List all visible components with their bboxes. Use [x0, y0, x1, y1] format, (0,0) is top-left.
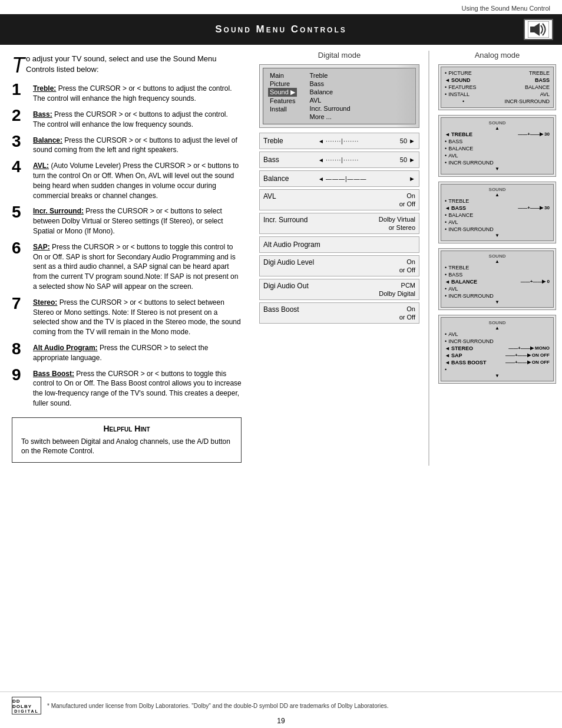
item-label-9: Bass Boost:	[33, 370, 74, 378]
intro-text: T o adjust your TV sound, select and use…	[12, 54, 242, 75]
treble-left-arrow: ◄	[318, 138, 324, 144]
footer: DD DOLBY DIGITAL * Manufactured under li…	[0, 691, 562, 719]
item-label-2: Bass:	[33, 110, 52, 118]
list-item: 1 Treble: Press the CURSOR > or < button…	[12, 84, 242, 104]
alt-audio-control: Alt Audio Program	[259, 236, 419, 253]
dolby-logo-line2: DIGITAL	[14, 709, 38, 713]
digi-audio-level-alt: or Off	[263, 266, 415, 274]
incr-row-2: INCR·SURROUND	[445, 159, 550, 166]
treble-control: Treble ◄ ·······|······· 50 ►	[259, 133, 419, 149]
drop-cap: T	[12, 55, 25, 76]
menu-submenu-item: Balance	[308, 88, 352, 96]
treble-row-3: TREBLE	[445, 197, 550, 205]
menu-left-col: Main Picture Sound ▶ Features Install	[268, 71, 306, 113]
digi-audio-level-control: Digi Audio Level On or Off	[259, 255, 419, 276]
avl-value: On	[406, 192, 415, 200]
digital-mode-column: Digital mode Main Picture Sound ▶ Featur…	[259, 51, 419, 466]
incr-surround-label: Incr. Surround	[263, 216, 316, 224]
item-number-3: 3	[12, 133, 28, 150]
menu-submenu-item: Bass	[308, 80, 352, 88]
bass-value: 50 ►	[400, 156, 415, 163]
svg-rect-1	[530, 27, 534, 32]
bass-boost-row-5: BASS BOOST ——+——▶ ON OFF	[445, 359, 550, 366]
treble-row-4: TREBLE	[445, 264, 550, 271]
bass-boost-label: Bass Boost	[263, 305, 316, 314]
analog-mode-column: Analog mode PICTURE TREBLE SOUND BASS FE…	[438, 51, 556, 466]
list-item: 8 Alt Audio Program: Press the CURSOR > …	[12, 343, 242, 363]
incr-row-5: INCR·SURROUND	[445, 338, 550, 345]
digital-menu-screenshot: Main Picture Sound ▶ Features Install Tr…	[259, 64, 419, 128]
incr-row-3: INCR·SURROUND	[445, 226, 550, 233]
analog-row: INSTALL AVL	[445, 91, 550, 98]
balance-slider: ———|———	[326, 176, 401, 182]
balance-label: Balance	[263, 174, 316, 183]
hint-box: Helpful Hint To switch between Digital a…	[12, 417, 242, 463]
analog-row: FEATURES BALANCE	[445, 84, 550, 91]
page-title: Sound Menu Controls	[38, 24, 524, 35]
bass-control: Bass ◄ ·······|······· 50 ►	[259, 151, 419, 168]
analog-box-1: PICTURE TREBLE SOUND BASS FEATURES BALAN…	[438, 64, 556, 110]
item-content-5: Incr. Surround: Press the CURSOR > or < …	[33, 206, 242, 236]
right-columns: Digital mode Main Picture Sound ▶ Featur…	[253, 45, 562, 472]
analog-box-5: SOUND ▲ AVL INCR·SURROUND STEREO ——+——▶ …	[438, 315, 556, 384]
up-arrow-4: ▲	[445, 259, 550, 264]
list-item: 5 Incr. Surround: Press the CURSOR > or …	[12, 206, 242, 236]
item-number-5: 5	[12, 204, 28, 220]
analog-row-selected: SOUND BASS	[445, 77, 550, 84]
bass-label: Bass	[263, 156, 316, 164]
bass-boost-control: Bass Boost On or Off	[259, 302, 419, 324]
down-arrow-5: ▼	[445, 373, 550, 378]
item-number-8: 8	[12, 341, 28, 357]
menu-item: Features	[268, 97, 297, 105]
sap-row-5: SAP ——+——▶ ON OFF	[445, 352, 550, 359]
analog-box-inner-4: SOUND ▲ TREBLE BASS BALANCE ——+——▶ 0 AVL	[441, 251, 554, 308]
analog-box-inner-3: SOUND ▲ TREBLE BASS ——+——▶ 30 BALANCE AV…	[441, 184, 554, 241]
blank-row-5	[445, 366, 550, 373]
down-arrow-3: ▼	[445, 233, 550, 238]
digi-audio-level-label: Digi Audio Level	[263, 258, 316, 266]
sound-title-2: SOUND	[445, 120, 550, 126]
bass-row-3: BASS ——+——▶ 30	[445, 205, 550, 212]
digi-audio-out-value: PCM	[401, 282, 415, 290]
avl-row-5: AVL	[445, 331, 550, 338]
incr-row-4: INCR·SURROUND	[445, 292, 550, 299]
menu-item-selected: Sound ▶	[268, 88, 297, 97]
analog-mode-title: Analog mode	[438, 51, 556, 60]
list-item: 6 SAP: Press the CURSOR > or < buttons t…	[12, 242, 242, 292]
balance-value: ►	[401, 175, 415, 182]
analog-box-inner-2: SOUND ▲ TREBLE ——+——▶ 30 BASS BALANCE AV…	[441, 117, 554, 174]
left-column: T o adjust your TV sound, select and use…	[0, 45, 253, 472]
sound-title-3: SOUND	[445, 187, 550, 192]
list-item: 2 Bass: Press the CURSOR > or < buttons …	[12, 110, 242, 130]
item-content-2: Bass: Press the CURSOR > or < buttons to…	[33, 110, 242, 130]
item-label-8: Alt Audio Program:	[33, 344, 98, 352]
menu-submenu-item: More ...	[308, 113, 352, 121]
item-label-7: Stereo:	[33, 298, 57, 307]
item-number-9: 9	[12, 367, 28, 383]
avl-label: AVL	[263, 192, 316, 200]
digital-mode-title: Digital mode	[259, 51, 419, 60]
dolby-logo: DD DOLBY DIGITAL	[12, 697, 41, 714]
sound-icon	[524, 19, 553, 40]
hint-content: To switch between Digital and Analog cha…	[21, 437, 232, 457]
balance-left-arrow: ◄	[318, 176, 324, 182]
treble-label: Treble	[263, 137, 316, 145]
stereo-row-5: STEREO ——+——▶ MONO	[445, 345, 550, 352]
analog-row: INCR·SURROUND	[445, 98, 550, 105]
menu-submenu: Treble Bass Balance AVL Incr. Surround M…	[308, 71, 352, 121]
item-number-4: 4	[12, 159, 28, 175]
balance-control: Balance ◄ ———|——— ►	[259, 170, 419, 187]
balance-row-3: BALANCE	[445, 212, 550, 219]
menu-item: Install	[268, 105, 297, 113]
up-arrow-2: ▲	[445, 126, 550, 131]
incr-surround-control: Incr. Surround Dolby Virtual or Stereo	[259, 213, 419, 234]
item-label-3: Balance:	[33, 136, 62, 144]
bass-row-4: BASS	[445, 271, 550, 278]
item-content-9: Bass Boost: Press the CURSOR > or < butt…	[33, 369, 242, 409]
item-label-6: SAP:	[33, 243, 50, 251]
list-item: 4 AVL: (Auto Volume Leveler) Press the C…	[12, 161, 242, 200]
menu-item: Main	[268, 71, 297, 80]
item-label-4: AVL:	[33, 162, 49, 170]
alt-audio-label: Alt Audio Program	[263, 241, 320, 249]
digital-menu-inner: Main Picture Sound ▶ Features Install Tr…	[263, 68, 416, 124]
